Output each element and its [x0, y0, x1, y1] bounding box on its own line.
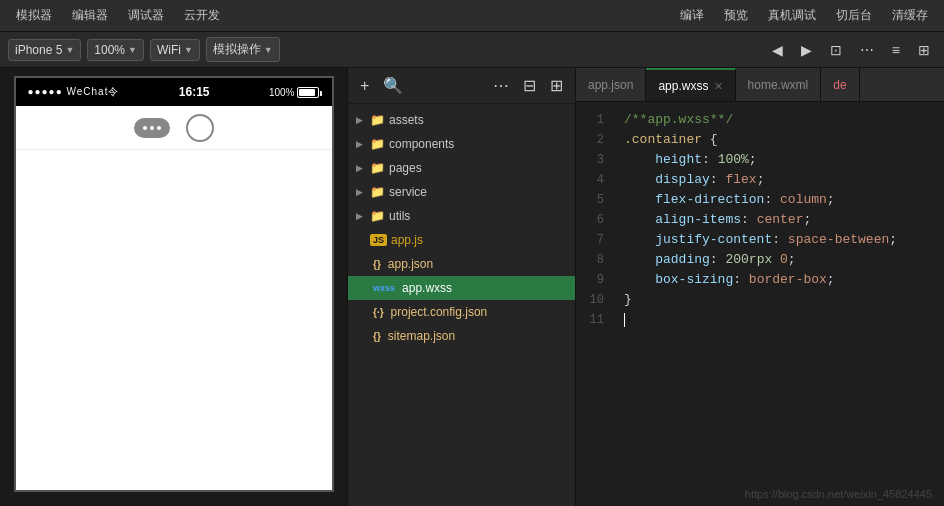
- semi-token: ;: [889, 232, 897, 247]
- prop-token: height: [624, 152, 702, 167]
- watermark: https://blog.csdn.net/weixin_45824445: [745, 488, 932, 500]
- top-toolbar: 模拟器 编辑器 调试器 云开发 编译 预览 真机调试 切后台 清缓存: [0, 0, 944, 32]
- cloud-btn[interactable]: 云开发: [176, 4, 228, 27]
- tree-item-label: project.config.json: [391, 305, 567, 319]
- code-line-9: box-sizing: border-box;: [616, 270, 944, 290]
- line-numbers: 1 2 3 4 5 6 7 8 9 10 11: [576, 102, 616, 506]
- editor-btn[interactable]: 编辑器: [64, 4, 116, 27]
- editor-panel: app.json app.wxss × home.wxml de 1 2 3 4: [576, 68, 944, 506]
- editor-tabs: app.json app.wxss × home.wxml de: [576, 68, 944, 102]
- simulator-btn[interactable]: 模拟器: [8, 4, 60, 27]
- tree-item-pages[interactable]: ▶ 📁 pages: [348, 156, 575, 180]
- filetree-content: ▶ 📁 assets ▶ 📁 components ▶ 📁 pages ▶ 📁 …: [348, 104, 575, 506]
- battery-percent: 100%: [269, 87, 295, 98]
- tree-item-assets[interactable]: ▶ 📁 assets: [348, 108, 575, 132]
- semi-token: ;: [803, 212, 811, 227]
- compile-btn[interactable]: 编译: [672, 4, 712, 27]
- more-btn[interactable]: ⋯: [854, 39, 880, 61]
- code-line-4: display: flex;: [616, 170, 944, 190]
- colon-token: :: [741, 212, 757, 227]
- line-num-7: 7: [584, 230, 604, 250]
- comment-token: /**app.wxss**/: [624, 112, 733, 127]
- filetree-toolbar: + 🔍 ⋯ ⊟ ⊞: [348, 68, 575, 104]
- toggle-file-btn[interactable]: ⊟: [519, 74, 540, 97]
- expand-file-btn[interactable]: ⊞: [546, 74, 567, 97]
- debugger-btn[interactable]: 调试器: [120, 4, 172, 27]
- carrier-text: ●●●●● WeChat令: [28, 85, 120, 99]
- code-line-6: align-items: center;: [616, 210, 944, 230]
- tree-item-components[interactable]: ▶ 📁 components: [348, 132, 575, 156]
- prev-btn[interactable]: ◀: [766, 39, 789, 61]
- network-value: WiFi: [157, 43, 181, 57]
- colon-token: :: [772, 232, 788, 247]
- semi-token: ;: [757, 172, 765, 187]
- code-line-10: }: [616, 290, 944, 310]
- simop-selector[interactable]: 模拟操作 ▼: [206, 37, 280, 62]
- code-line-11: [616, 310, 944, 330]
- val-token: 100%: [718, 152, 749, 167]
- val-token2: 0: [772, 252, 788, 267]
- tree-item-projectconfig[interactable]: {·} project.config.json: [348, 300, 575, 324]
- search-file-btn[interactable]: 🔍: [379, 74, 407, 97]
- nav-dot-3: [157, 126, 161, 130]
- phone-time: 16:15: [179, 85, 210, 99]
- tab-appwxss[interactable]: app.wxss ×: [646, 68, 735, 101]
- split-btn[interactable]: ⊞: [912, 39, 936, 61]
- realdevice-btn[interactable]: 真机调试: [760, 4, 824, 27]
- val-token: border-box: [749, 272, 827, 287]
- second-toolbar: iPhone 5 ▼ 100% ▼ WiFi ▼ 模拟操作 ▼ ◀ ▶ ⊡ ⋯ …: [0, 32, 944, 68]
- zoom-selector[interactable]: 100% ▼: [87, 39, 144, 61]
- add-file-btn[interactable]: +: [356, 75, 373, 97]
- line-num-1: 1: [584, 110, 604, 130]
- tree-item-label: app.json: [388, 257, 567, 271]
- zoom-value: 100%: [94, 43, 125, 57]
- prop-token: flex-direction: [624, 192, 764, 207]
- background-btn[interactable]: 切后台: [828, 4, 880, 27]
- code-content[interactable]: /**app.wxss**/ .container { height: 100%…: [616, 102, 944, 506]
- device-selector[interactable]: iPhone 5 ▼: [8, 39, 81, 61]
- tab-close-icon[interactable]: ×: [714, 79, 722, 93]
- layout-btn[interactable]: ⊡: [824, 39, 848, 61]
- tree-item-label: utils: [389, 209, 567, 223]
- code-line-1: /**app.wxss**/: [616, 110, 944, 130]
- nav-dot-2: [150, 126, 154, 130]
- tree-item-label: service: [389, 185, 567, 199]
- tab-homewxml[interactable]: home.wxml: [736, 68, 822, 101]
- val-token: column: [780, 192, 827, 207]
- arrow-icon: ▶: [356, 187, 366, 197]
- folder-icon: 📁: [370, 185, 385, 199]
- brace-token: {: [702, 132, 718, 147]
- tree-item-sitemap[interactable]: {} sitemap.json: [348, 324, 575, 348]
- tree-item-service[interactable]: ▶ 📁 service: [348, 180, 575, 204]
- lines-btn[interactable]: ≡: [886, 39, 906, 61]
- tab-label: de: [833, 78, 846, 92]
- nav-dot-1: [143, 126, 147, 130]
- simulator-panel: ●●●●● WeChat令 16:15 100%: [0, 68, 348, 506]
- prop-token: align-items: [624, 212, 741, 227]
- more-file-btn[interactable]: ⋯: [489, 74, 513, 97]
- next-btn[interactable]: ▶: [795, 39, 818, 61]
- phone-frame: ●●●●● WeChat令 16:15 100%: [14, 76, 334, 492]
- wxss-icon: wxss: [370, 282, 398, 294]
- folder-icon: 📁: [370, 161, 385, 175]
- clearcache-btn[interactable]: 清缓存: [884, 4, 936, 27]
- preview-btn[interactable]: 预览: [716, 4, 756, 27]
- colon-token: :: [710, 252, 726, 267]
- device-name: iPhone 5: [15, 43, 62, 57]
- tree-item-utils[interactable]: ▶ 📁 utils: [348, 204, 575, 228]
- network-selector[interactable]: WiFi ▼: [150, 39, 200, 61]
- tree-item-appjs[interactable]: JS app.js: [348, 228, 575, 252]
- phone-battery: 100%: [269, 87, 320, 98]
- tree-item-label: pages: [389, 161, 567, 175]
- line-num-3: 3: [584, 150, 604, 170]
- colon-token: :: [702, 152, 718, 167]
- tree-item-appjson[interactable]: {} app.json: [348, 252, 575, 276]
- tab-appjson[interactable]: app.json: [576, 68, 646, 101]
- phone-nav-bar: [16, 106, 332, 150]
- prop-token: display: [624, 172, 710, 187]
- phone-status-bar: ●●●●● WeChat令 16:15 100%: [16, 78, 332, 106]
- tree-item-appwxss[interactable]: wxss app.wxss: [348, 276, 575, 300]
- arrow-icon: ▶: [356, 139, 366, 149]
- tab-de[interactable]: de: [821, 68, 859, 101]
- prop-token: box-sizing: [624, 272, 733, 287]
